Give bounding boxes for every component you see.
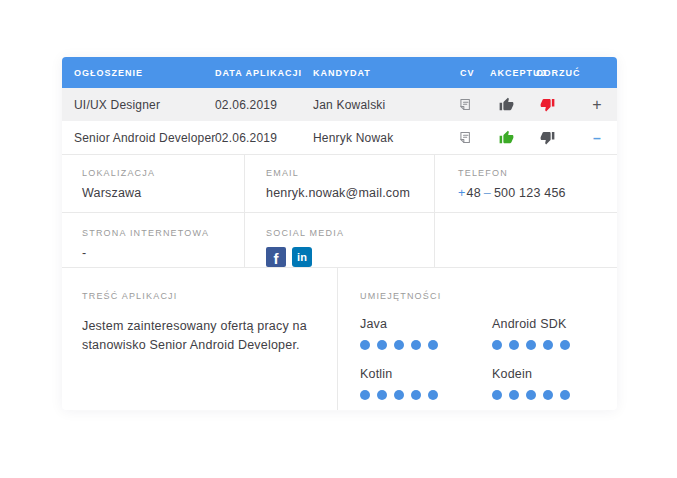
phone-label: TELEFON <box>458 168 607 178</box>
accept-button[interactable] <box>492 121 520 154</box>
skill-dot <box>526 390 536 400</box>
skill-item: Kodein <box>492 367 607 400</box>
linkedin-icon[interactable]: in <box>292 247 312 267</box>
applications-card: OGŁOSZENIE DATA APLIKACJI KANDYDAT CV AK… <box>62 57 617 410</box>
skill-rating <box>492 340 607 350</box>
application-section: TREŚĆ APLIKACJI Jestem zainteresowany of… <box>62 268 338 410</box>
skill-item: Kotlin <box>360 367 492 400</box>
skill-dot <box>428 340 438 350</box>
thumbs-down-icon <box>540 130 555 145</box>
facebook-icon[interactable]: f <box>266 247 286 267</box>
skill-dot <box>492 390 502 400</box>
reject-button[interactable] <box>533 88 561 121</box>
thumbs-up-icon <box>499 97 514 112</box>
column-header-date: DATA APLIKACJI <box>215 57 302 88</box>
application-label: TREŚĆ APLIKACJI <box>82 291 313 301</box>
skill-dot <box>560 390 570 400</box>
location-field: LOKALIZACJA Warszawa <box>62 155 245 212</box>
phone-number: 500 123 456 <box>494 186 566 200</box>
skill-dot <box>543 340 553 350</box>
table-row[interactable]: UI/UX Designer 02.06.2019 Jan Kowalski + <box>62 88 617 121</box>
thumbs-up-icon <box>499 130 514 145</box>
skill-name: Android SDK <box>492 317 607 331</box>
website-value: - <box>82 246 234 260</box>
skill-rating <box>360 390 492 400</box>
skill-dot <box>360 340 370 350</box>
phone-field: TELEFON +48–500 123 456 <box>435 155 617 212</box>
expand-row-button[interactable]: + <box>583 88 611 121</box>
plus-icon: + <box>592 97 602 113</box>
table-row[interactable]: Senior Android Developer 02.06.2019 Henr… <box>62 121 617 155</box>
skill-item: Android SDK <box>492 317 607 350</box>
skill-dot <box>509 390 519 400</box>
candidate-details-bottom: TREŚĆ APLIKACJI Jestem zainteresowany of… <box>62 268 617 410</box>
skill-name: Kodein <box>492 367 607 381</box>
email-label: EMAIL <box>266 168 424 178</box>
phone-prefix: + <box>458 186 466 200</box>
skills-section: UMIEJĘTNOŚCI Java Android SDK Kotlin <box>338 268 617 410</box>
cv-document-icon <box>458 97 472 112</box>
application-text: Jestem zainteresowany ofertą pracy na st… <box>82 317 313 355</box>
skill-dot <box>411 390 421 400</box>
announcement-cell: Senior Android Developer <box>74 121 216 154</box>
phone-value: +48–500 123 456 <box>458 186 607 200</box>
candidate-details-row-1: LOKALIZACJA Warszawa EMAIL henryk.nowak@… <box>62 155 617 213</box>
skill-dot <box>360 390 370 400</box>
social-media-field: SOCIAL MEDIA f in <box>245 213 435 267</box>
column-header-reject: ODRZUĆ <box>536 57 581 88</box>
cv-button[interactable] <box>451 88 479 121</box>
location-label: LOKALIZACJA <box>82 168 234 178</box>
column-header-cv: CV <box>460 57 475 88</box>
skill-item: Java <box>360 317 492 350</box>
skill-dot <box>377 390 387 400</box>
collapse-row-button[interactable]: – <box>583 121 611 154</box>
phone-country-code: 48 <box>467 186 481 200</box>
skill-dot <box>394 340 404 350</box>
cv-document-icon <box>458 130 472 145</box>
skill-dot <box>377 340 387 350</box>
candidate-cell: Henryk Nowak <box>313 121 393 154</box>
social-icons: f in <box>266 247 424 267</box>
date-cell: 02.06.2019 <box>215 121 277 154</box>
skill-dot <box>394 390 404 400</box>
column-header-announcement: OGŁOSZENIE <box>74 57 143 88</box>
skill-dot <box>492 340 502 350</box>
candidate-details-row-2: STRONA INTERNETOWA - SOCIAL MEDIA f in <box>62 213 617 268</box>
cv-button[interactable] <box>451 121 479 154</box>
minus-icon: – <box>593 131 601 145</box>
website-label: STRONA INTERNETOWA <box>82 228 234 238</box>
candidate-cell: Jan Kowalski <box>313 88 385 121</box>
details-empty-cell <box>435 213 617 267</box>
skill-dot <box>428 390 438 400</box>
email-value: henryk.nowak@mail.com <box>266 186 424 200</box>
skill-dot <box>509 340 519 350</box>
table-header: OGŁOSZENIE DATA APLIKACJI KANDYDAT CV AK… <box>62 57 617 88</box>
thumbs-down-icon <box>540 97 555 112</box>
skill-dot <box>411 340 421 350</box>
social-media-label: SOCIAL MEDIA <box>266 228 424 238</box>
skill-name: Kotlin <box>360 367 492 381</box>
page-background: OGŁOSZENIE DATA APLIKACJI KANDYDAT CV AK… <box>0 0 677 478</box>
email-field: EMAIL henryk.nowak@mail.com <box>245 155 435 212</box>
skill-dot <box>560 340 570 350</box>
website-field: STRONA INTERNETOWA - <box>62 213 245 267</box>
skill-name: Java <box>360 317 492 331</box>
skill-dot <box>526 340 536 350</box>
accept-button[interactable] <box>492 88 520 121</box>
skill-dot <box>543 390 553 400</box>
skills-grid: Java Android SDK Kotlin Kodein <box>360 317 607 400</box>
skill-rating <box>360 340 492 350</box>
date-cell: 02.06.2019 <box>215 88 277 121</box>
location-value: Warszawa <box>82 186 234 200</box>
phone-separator: – <box>484 186 491 200</box>
skill-rating <box>492 390 607 400</box>
skills-label: UMIEJĘTNOŚCI <box>360 291 607 301</box>
reject-button[interactable] <box>533 121 561 154</box>
announcement-cell: UI/UX Designer <box>74 88 160 121</box>
column-header-candidate: KANDYDAT <box>313 57 371 88</box>
